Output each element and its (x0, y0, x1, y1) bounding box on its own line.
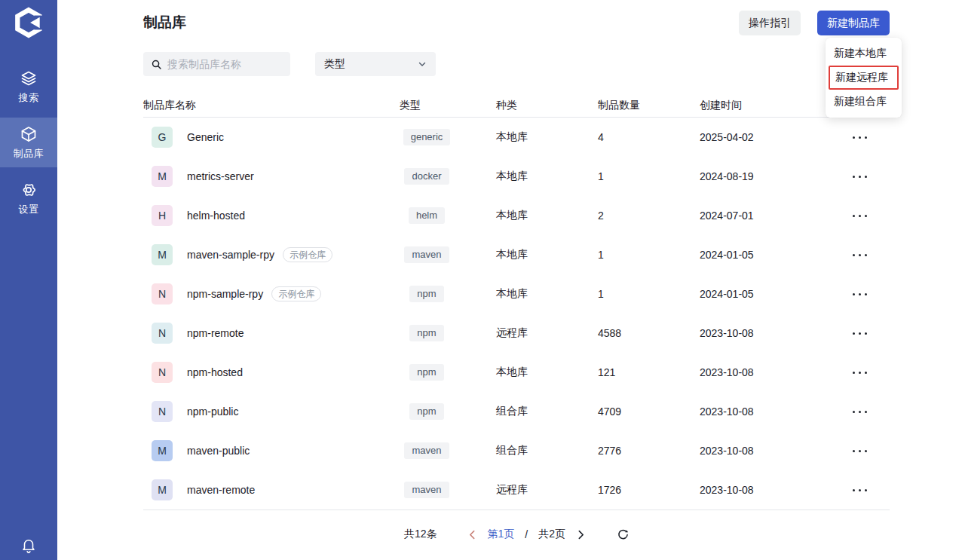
chevron-left-icon (467, 530, 477, 540)
repo-name: npm-hosted (187, 366, 243, 378)
repo-name: npm-public (187, 405, 238, 418)
table-row[interactable]: N npm-remote npm 远程库 4588 2023-10-08 (143, 314, 890, 353)
row-actions-button[interactable] (850, 445, 870, 457)
kind-label: 本地库 (496, 130, 598, 144)
menu-item-create-composite-repo[interactable]: 新建组合库 (826, 90, 902, 114)
kind-label: 远程库 (496, 483, 598, 497)
table-row[interactable]: M maven-remote maven 远程库 1726 2023-10-08 (143, 470, 890, 510)
table-row[interactable]: H helm-hosted helm 本地库 2 2024-07-01 (143, 196, 890, 235)
gear-icon (20, 181, 38, 199)
artifact-count: 1 (598, 249, 700, 261)
row-actions-button[interactable] (850, 289, 870, 300)
guide-button[interactable]: 操作指引 (739, 11, 801, 35)
kind-label: 本地库 (496, 366, 598, 379)
total-count-label: 共12条 (404, 528, 437, 541)
sidebar-item-repositories[interactable]: 制品库 (0, 118, 57, 167)
artifact-count: 121 (598, 366, 700, 378)
sidebar-item-settings[interactable]: 设置 (0, 173, 57, 223)
coding-logo-icon (13, 7, 44, 38)
app-logo[interactable] (12, 6, 45, 39)
next-page-button[interactable] (576, 530, 586, 540)
page-title: 制品库 (143, 11, 186, 32)
created-date: 2024-08-19 (700, 170, 829, 182)
search-input[interactable] (167, 58, 283, 70)
type-badge: npm (409, 325, 443, 341)
row-actions-button[interactable] (850, 367, 870, 378)
type-filter-select[interactable]: 类型 (315, 52, 436, 76)
table-row[interactable]: G Generic generic 本地库 4 2025-04-02 (143, 118, 890, 157)
sidebar-nav: 搜索 制品库 设置 (0, 62, 57, 229)
type-badge: helm (409, 207, 445, 224)
row-actions-button[interactable] (850, 210, 870, 222)
repo-name: metrics-server (187, 170, 254, 182)
created-date: 2023-10-08 (700, 445, 829, 457)
created-date: 2024-07-01 (700, 210, 829, 222)
column-header-kind: 种类 (496, 99, 598, 112)
row-actions-button[interactable] (850, 406, 870, 418)
menu-item-create-local-repo[interactable]: 新建本地库 (826, 41, 902, 66)
repository-table: 制品库名称 类型 种类 制品数量 创建时间 G Generic generic … (143, 94, 890, 510)
column-header-created: 创建时间 (700, 99, 829, 112)
created-date: 2025-04-02 (700, 131, 829, 143)
type-badge: npm (409, 403, 443, 420)
type-badge: maven (404, 482, 449, 498)
sample-repo-tag: 示例仓库 (271, 286, 321, 301)
table-row[interactable]: N npm-sample-rpy 示例仓库 npm 本地库 1 2024-01-… (143, 274, 890, 314)
column-header-name: 制品库名称 (143, 99, 400, 112)
notifications-button[interactable] (20, 537, 37, 557)
chevron-down-icon (418, 60, 427, 69)
repo-avatar: G (152, 127, 173, 148)
kind-label: 组合库 (496, 444, 598, 457)
repo-avatar: N (152, 401, 173, 422)
created-date: 2023-10-08 (700, 366, 829, 378)
repo-avatar: N (152, 362, 173, 383)
kind-label: 本地库 (496, 209, 598, 222)
table-row[interactable]: M maven-public maven 组合库 2776 2023-10-08 (143, 431, 890, 470)
sidebar-item-label: 设置 (19, 203, 39, 216)
menu-item-create-remote-repo[interactable]: 新建远程库 (829, 66, 899, 90)
refresh-button[interactable] (617, 529, 629, 540)
row-actions-button[interactable] (850, 249, 870, 261)
repo-avatar: N (152, 283, 173, 304)
artifact-count: 2 (598, 210, 700, 222)
search-icon (151, 59, 162, 70)
row-actions-button[interactable] (850, 485, 870, 496)
type-filter-label: 类型 (324, 57, 345, 71)
sample-repo-tag: 示例仓库 (283, 247, 332, 262)
repo-name: maven-public (187, 445, 250, 457)
sidebar: 搜索 制品库 设置 (0, 0, 57, 560)
repo-avatar: M (152, 166, 173, 187)
repo-name: npm-sample-rpy (187, 288, 263, 300)
row-actions-button[interactable] (850, 328, 870, 339)
artifact-count: 2776 (598, 445, 700, 457)
cube-icon (20, 125, 38, 143)
sidebar-item-search[interactable]: 搜索 (0, 62, 57, 112)
created-date: 2023-10-08 (700, 405, 829, 418)
pagination: 共12条 第1页 / 共2页 (143, 528, 890, 541)
artifact-count: 4709 (598, 405, 700, 418)
kind-label: 本地库 (496, 170, 598, 183)
type-badge: npm (409, 364, 443, 381)
artifact-count: 1 (598, 170, 700, 182)
prev-page-button[interactable] (467, 530, 477, 540)
table-row[interactable]: M maven-sample-rpy 示例仓库 maven 本地库 1 2024… (143, 235, 890, 274)
row-actions-button[interactable] (850, 171, 870, 182)
repo-name: maven-sample-rpy (187, 249, 274, 261)
total-pages-label: 共2页 (538, 528, 565, 541)
current-page-label: 第1页 (488, 528, 515, 541)
refresh-icon (617, 529, 629, 540)
table-row[interactable]: N npm-public npm 组合库 4709 2023-10-08 (143, 392, 890, 431)
column-header-type: 类型 (400, 99, 496, 112)
row-actions-button[interactable] (850, 132, 870, 143)
search-box[interactable] (143, 52, 290, 76)
artifact-count: 4 (598, 131, 700, 143)
table-body: G Generic generic 本地库 4 2025-04-02 M met… (143, 118, 890, 510)
repo-avatar: M (152, 479, 173, 500)
repo-avatar: N (152, 323, 173, 344)
layers-icon (20, 69, 38, 87)
artifact-count: 1726 (598, 484, 700, 496)
create-repository-button[interactable]: 新建制品库 (817, 11, 890, 35)
created-date: 2024-01-05 (700, 249, 829, 261)
table-row[interactable]: N npm-hosted npm 本地库 121 2023-10-08 (143, 353, 890, 392)
table-row[interactable]: M metrics-server docker 本地库 1 2024-08-19 (143, 157, 890, 196)
